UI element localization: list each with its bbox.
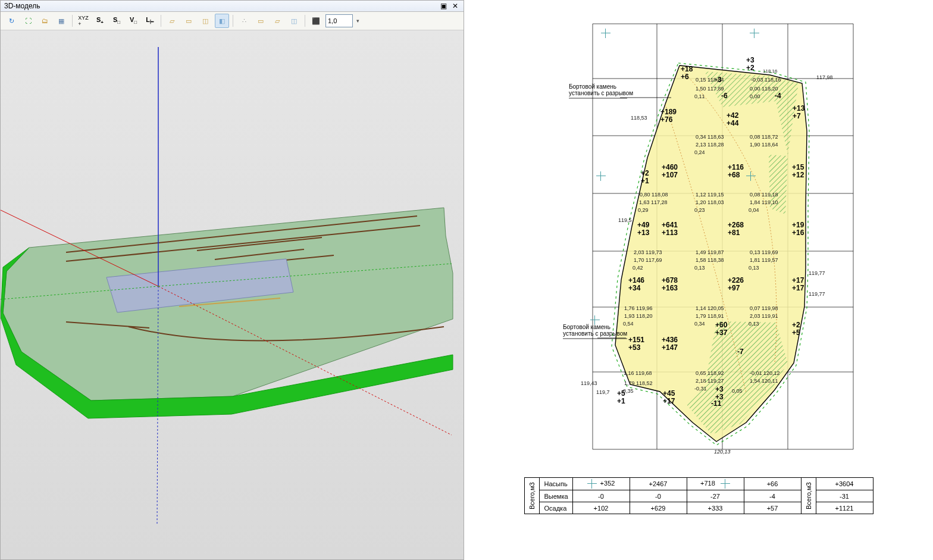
corner-value: 0,65 118,92 (696, 371, 724, 377)
corner-value: 0,80 118,08 (640, 192, 668, 198)
3d-toolbar: ↻ ⛶ 🗂 ▦ XYZ+ S+ S□ V□ L⊢ ▱ ▭ ◫ ◧ ∴ ▭ ▱ ◫… (1, 12, 464, 30)
corner-value: 1,50 117,89 (696, 86, 724, 92)
elevation-label: 118,16 (763, 69, 777, 74)
toolbar-box2-button[interactable]: ▭ (181, 14, 196, 28)
cell-value: +15 +12 (792, 164, 804, 179)
vertical-label-left: Всего,м3 (524, 478, 539, 514)
corner-value: 0,13 119,69 (750, 250, 778, 256)
toolbar-dots-button[interactable]: ∴ (237, 14, 251, 28)
cell-value: +49 +13 (637, 221, 649, 237)
cell-value: +18 +6 (681, 65, 693, 81)
elevation-label: 118,53 (631, 115, 647, 121)
cell-value: -7 (737, 348, 744, 356)
elevation-label: 119,7 (596, 390, 610, 396)
corner-value: 0,29 (638, 208, 649, 214)
corner-value: 1,93 118,20 (624, 314, 653, 320)
toolbar-l-button[interactable]: L⊢ (143, 14, 157, 28)
corner-value: 0,24 (694, 150, 705, 156)
cell-value: -6 (721, 92, 728, 100)
toolbar-cube-button[interactable]: ◧ (215, 14, 229, 28)
corner-value: 1,79 118,52 (624, 381, 653, 387)
elevation-label: 119,5 (618, 218, 632, 224)
toolbar-tree-button[interactable]: 🗂 (37, 14, 52, 28)
toolbar-box3-button[interactable]: ◫ (198, 14, 212, 28)
cell-value: +3 +2 (746, 57, 754, 72)
corner-value: 2,13 118,28 (696, 142, 724, 148)
bottom-coord: 120,13 (714, 449, 731, 455)
corner-value: 1,79 118,91 (696, 314, 724, 320)
toolbar-paint-button[interactable]: ⬛ (309, 14, 323, 28)
elevation-label: 119,77 (809, 292, 825, 298)
toolbar-grid-button[interactable]: ▦ (54, 14, 68, 28)
corner-value: 2,03 119,91 (750, 314, 778, 320)
toolbar-fit-button[interactable]: ⛶ (21, 14, 35, 28)
callout-kerb-1: Бортовой камень установить с разрывом (569, 83, 633, 96)
corner-value: 0,13 (749, 265, 759, 271)
corner-value: 0,34 (694, 321, 705, 327)
corner-value: 0,42 (633, 265, 643, 271)
row-label: Насыпь (539, 478, 572, 490)
toolbar-xyz-button[interactable]: XYZ+ (76, 14, 90, 28)
vertical-label-right: Всего,м3 (801, 478, 816, 514)
panel-titlebar[interactable]: 3D-модель ▣ ✕ (1, 1, 464, 12)
callout-kerb-2: Бортовой камень установить с разрывом (563, 324, 627, 337)
plan-sheet-panel: 117,98 118,53 118,16 119,77 119,77 119,5… (464, 0, 933, 560)
grid-cross-icon (721, 479, 730, 489)
toolbar-box5-button[interactable]: ▱ (270, 14, 284, 28)
cartogram-plan[interactable]: 117,98 118,53 118,16 119,77 119,77 119,5… (526, 6, 871, 470)
corner-value: 1,49 119,87 (696, 250, 724, 256)
cell-value: +45 +17 (663, 390, 675, 405)
corner-value: 0,08 118,72 (750, 134, 778, 140)
row-label: Осадка (539, 502, 572, 514)
corner-value: 2,18 119,27 (696, 378, 724, 384)
corner-value: 0,34 118,63 (696, 134, 724, 140)
cell-value: +2 +1 (641, 170, 649, 185)
corner-value: 1,90 118,64 (750, 142, 778, 148)
corner-value: 0,15 118,04 (696, 77, 724, 83)
summary-table: Всего,м3 Насыпь +352 +2467 +718 +66 Всег… (524, 477, 873, 514)
cell-value: +13 +7 (793, 105, 804, 120)
table-row: Всего,м3 Насыпь +352 +2467 +718 +66 Всег… (524, 478, 873, 490)
corner-value: 1,20 118,03 (696, 200, 724, 206)
cell-value: +641 +113 (662, 221, 678, 237)
toolbar-s-minus-button[interactable]: S□ (109, 14, 124, 28)
row-label: Выемка (539, 490, 572, 502)
3d-viewport[interactable] (1, 30, 464, 559)
cell-value: +268 +81 (728, 221, 744, 237)
toolbar-wire-button[interactable]: ◫ (287, 14, 301, 28)
corner-value: 0,35 (623, 389, 634, 395)
corner-value: 1,84 119,10 (750, 200, 778, 206)
undock-icon[interactable]: ▣ (439, 2, 448, 10)
toolbar-v-button[interactable]: V□ (126, 14, 140, 28)
cell-value: +60 +37 (715, 321, 727, 337)
cell-value: +146 +34 (628, 277, 644, 292)
corner-value: 0,13 (749, 321, 759, 327)
toolbar-value-input[interactable] (325, 14, 353, 27)
panel-title: 3D-модель (4, 2, 40, 10)
corner-value: -0,01 120,12 (750, 371, 780, 377)
cell-value: +678 +163 (662, 277, 678, 292)
cell-value: +19 +16 (792, 221, 804, 237)
grid-cross-icon (750, 29, 759, 38)
corner-value: 1,16 119,68 (624, 371, 652, 377)
toolbar-s-plus-button[interactable]: S+ (93, 14, 107, 28)
toolbar-box1-button[interactable]: ▱ (165, 14, 179, 28)
grid-cross-icon (746, 171, 756, 181)
toolbar-reload-button[interactable]: ↻ (4, 14, 18, 28)
corner-value: 1,76 119,96 (624, 306, 653, 312)
corner-value: 0,05 (732, 389, 743, 395)
corner-value: -0,31 (694, 386, 707, 392)
grid-cross-icon (596, 171, 606, 181)
cell-value: +436 +147 (662, 336, 678, 352)
dropdown-icon[interactable]: ▾ (356, 18, 359, 24)
close-icon[interactable]: ✕ (450, 2, 460, 10)
corner-value: 1,54 120,11 (750, 378, 778, 384)
corner-value: 1,58 118,38 (696, 258, 724, 264)
corner-value: 1,14 120,05 (696, 306, 724, 312)
toolbar-box4-button[interactable]: ▭ (253, 14, 268, 28)
corner-value: 0,00 118,20 (750, 86, 778, 92)
cell-value: +460 +107 (662, 164, 678, 179)
corner-value: 1,70 117,69 (634, 258, 662, 264)
corner-value: 0,00 (750, 94, 760, 100)
corner-value: 1,63 117,28 (639, 200, 668, 206)
